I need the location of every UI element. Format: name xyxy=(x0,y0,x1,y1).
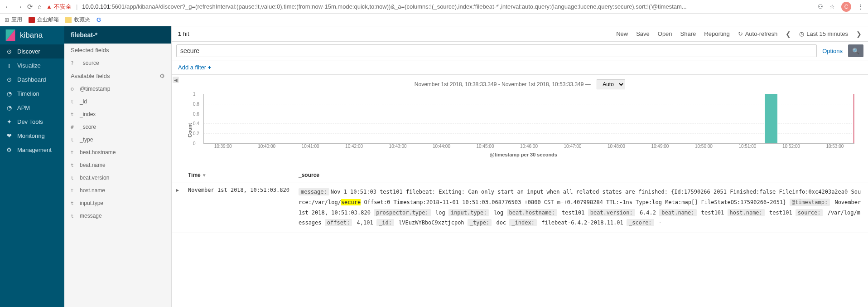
xtick: 10:47:00 xyxy=(564,144,582,149)
field-_index[interactable]: t_index xyxy=(64,108,171,121)
nav-back-icon[interactable]: ← xyxy=(5,3,11,10)
index-pattern[interactable]: filebeat-* xyxy=(64,26,171,44)
available-fields-title: Available fields ⚙ xyxy=(64,69,171,83)
field-beat-version[interactable]: beat.version: xyxy=(588,209,635,216)
field-beat-hostname[interactable]: beat.hostname: xyxy=(507,209,557,216)
xtick: 10:45:00 xyxy=(477,144,494,149)
nav-reload-icon[interactable]: ⟳ xyxy=(27,3,33,11)
main-content: 1 hit New Save Open Share Reporting ↻Aut… xyxy=(172,26,868,307)
sidebar: kibana ⊙Discover⫿Visualize⊙Dashboard◔Tim… xyxy=(0,26,64,307)
nav-home-icon[interactable]: ⌂ xyxy=(38,3,42,10)
fields-settings-icon[interactable]: ⚙ xyxy=(159,73,165,79)
time-next-icon[interactable]: ❯ xyxy=(856,30,862,38)
field-@timestamp[interactable]: ©@timestamp xyxy=(64,83,171,95)
apps-shortcut[interactable]: ⊞应用 xyxy=(5,16,22,24)
star-icon[interactable]: ☆ xyxy=(829,3,835,10)
field-input-type[interactable]: input.type: xyxy=(448,209,489,216)
search-highlight: secure xyxy=(341,199,361,205)
xtick: 10:53:00 xyxy=(826,144,844,149)
xtick: 10:42:00 xyxy=(345,144,363,149)
sidebar-item-dashboard[interactable]: ⊙Dashboard xyxy=(0,73,64,87)
bookmark-google[interactable]: G xyxy=(96,16,101,23)
time-prev-icon[interactable]: ❮ xyxy=(786,30,791,38)
histogram-bar[interactable] xyxy=(765,94,777,143)
field-message[interactable]: tmessage xyxy=(64,210,171,222)
logo-text: kibana xyxy=(20,31,43,40)
field-_type[interactable]: t_type xyxy=(64,133,171,146)
clock-icon: ◷ xyxy=(799,30,804,37)
field-input.type[interactable]: tinput.type xyxy=(64,197,171,210)
field-prospector-type[interactable]: prospector.type: xyxy=(374,209,431,216)
profile-avatar[interactable]: C xyxy=(841,2,851,12)
options-link[interactable]: Options xyxy=(820,48,845,54)
sidebar-item-monitoring[interactable]: ❤Monitoring xyxy=(0,129,64,143)
sidebar-item-discover[interactable]: ⊙Discover xyxy=(0,44,64,58)
row-source: message:Nov 1 10:51:03 test101 filebeat:… xyxy=(294,182,868,233)
expand-row-icon[interactable]: ▸ xyxy=(172,182,183,233)
search-button[interactable]: 🔍 xyxy=(848,44,863,57)
field-_id[interactable]: t_id xyxy=(64,95,171,108)
col-time[interactable]: Time▼ xyxy=(183,168,294,182)
ytick: 0.2 xyxy=(193,131,199,136)
dev tools-icon: ✦ xyxy=(5,118,13,125)
bookmark-fav[interactable]: 收藏夹 xyxy=(65,16,90,24)
time-picker[interactable]: ◷Last 15 minutes xyxy=(799,30,848,37)
bookmark-mail[interactable]: 企业邮箱 xyxy=(29,16,59,24)
collapse-fields-icon[interactable]: ◀ xyxy=(173,77,179,83)
kibana-app: kibana ⊙Discover⫿Visualize⊙Dashboard◔Tim… xyxy=(0,26,868,307)
nav-forward-icon[interactable]: → xyxy=(16,3,23,10)
address-bar[interactable]: 10.0.0.101:5601/app/kibana#/discover?_g=… xyxy=(82,3,813,10)
xtick: 10:40:00 xyxy=(258,144,275,149)
field-message[interactable]: message: xyxy=(299,188,329,195)
ytick: 1 xyxy=(193,92,196,97)
sidebar-item-apm[interactable]: ◔APM xyxy=(0,101,64,115)
field-beat.hostname[interactable]: tbeat.hostname xyxy=(64,146,171,159)
field-offset[interactable]: offset: xyxy=(325,219,352,226)
y-axis-label: Count xyxy=(185,94,193,157)
security-warning[interactable]: ▲ 不安全 xyxy=(46,3,72,11)
field-score[interactable]: _score: xyxy=(627,219,654,226)
management-icon: ⚙ xyxy=(5,146,13,153)
logo[interactable]: kibana xyxy=(0,26,64,44)
translate-icon[interactable]: ⚇ xyxy=(818,3,823,10)
field-source[interactable]: source: xyxy=(796,209,823,216)
field-host.name[interactable]: thost.name xyxy=(64,184,171,197)
save-button[interactable]: Save xyxy=(636,30,650,37)
interval-select[interactable]: Auto xyxy=(597,79,625,89)
xtick: 10:51:00 xyxy=(738,144,756,149)
field-_score[interactable]: #_score xyxy=(64,121,171,133)
xtick: 10:50:00 xyxy=(695,144,713,149)
auto-refresh-button[interactable]: ↻Auto-refresh xyxy=(738,30,778,37)
reporting-button[interactable]: Reporting xyxy=(704,30,729,37)
open-button[interactable]: Open xyxy=(658,30,672,37)
field-id[interactable]: _id: xyxy=(376,219,394,226)
share-button[interactable]: Share xyxy=(680,30,696,37)
monitoring-icon: ❤ xyxy=(5,132,13,139)
new-button[interactable]: New xyxy=(616,30,628,37)
field-beat-name[interactable]: beat.name: xyxy=(659,209,696,216)
xtick: 10:52:00 xyxy=(782,144,800,149)
xtick: 10:43:00 xyxy=(389,144,407,149)
plot-area[interactable]: 00.20.40.60.81 xyxy=(203,94,854,144)
field-_source[interactable]: ?_source xyxy=(64,57,171,69)
ytick: 0.4 xyxy=(193,121,199,126)
sidebar-item-timelion[interactable]: ◔Timelion xyxy=(0,87,64,101)
sidebar-item-management[interactable]: ⚙Management xyxy=(0,143,64,157)
field-timestamp[interactable]: @timestamp: xyxy=(790,199,830,206)
hit-count: 1 hit xyxy=(178,30,608,37)
field-beat.name[interactable]: tbeat.name xyxy=(64,159,171,171)
sidebar-item-dev-tools[interactable]: ✦Dev Tools xyxy=(0,115,64,129)
search-input[interactable] xyxy=(176,44,817,57)
col-source[interactable]: _source xyxy=(294,168,868,182)
search-icon: 🔍 xyxy=(852,48,859,54)
xtick: 10:39:00 xyxy=(214,144,232,149)
field-beat.version[interactable]: tbeat.version xyxy=(64,171,171,184)
field-index[interactable]: _index: xyxy=(509,219,537,226)
menu-icon[interactable]: ⋮ xyxy=(858,3,863,10)
sidebar-item-visualize[interactable]: ⫿Visualize xyxy=(0,58,64,73)
apm-icon: ◔ xyxy=(5,104,13,111)
field-host-name[interactable]: host.name: xyxy=(728,209,765,216)
field-type[interactable]: _type: xyxy=(468,219,492,226)
add-filter-button[interactable]: Add a filter + xyxy=(178,64,211,71)
topbar: 1 hit New Save Open Share Reporting ↻Aut… xyxy=(172,26,868,42)
